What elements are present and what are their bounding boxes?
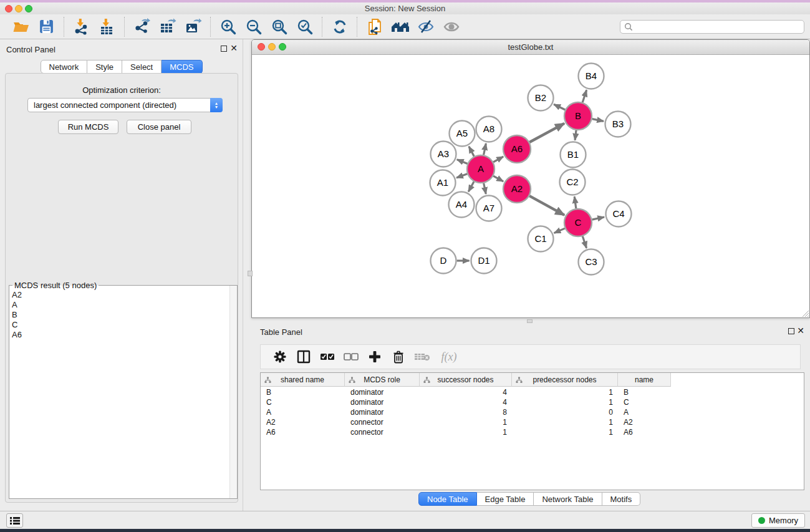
- cell-mcds_role[interactable]: connector: [345, 418, 420, 427]
- tab-mcds[interactable]: MCDS: [162, 60, 202, 74]
- graph-node-C1[interactable]: C1: [528, 226, 554, 252]
- save-session-button[interactable]: [34, 16, 59, 38]
- graph-edge-C-C2[interactable]: [574, 196, 576, 208]
- table-row[interactable]: A2connector11A2: [261, 417, 804, 427]
- tab-network-table[interactable]: Network Table: [534, 492, 602, 506]
- table-row[interactable]: A6connector11A6: [261, 427, 804, 437]
- column-header-mcds-role[interactable]: MCDS role: [345, 373, 420, 387]
- cell-predecessor_nodes[interactable]: 0: [512, 408, 618, 417]
- column-header-predecessor-nodes[interactable]: predecessor nodes: [512, 373, 618, 387]
- function-builder-button[interactable]: f(x): [434, 346, 464, 368]
- cell-successor_nodes[interactable]: 1: [420, 428, 512, 437]
- graph-edge-A-A1[interactable]: [456, 174, 467, 178]
- close-panel-icon[interactable]: ✕: [230, 44, 238, 52]
- graph-node-A7[interactable]: A7: [476, 196, 502, 221]
- tab-node-table[interactable]: Node Table: [418, 492, 477, 506]
- graph-edge-B-B4[interactable]: [582, 90, 587, 102]
- import-network-button[interactable]: [69, 16, 94, 38]
- task-history-button[interactable]: [6, 513, 23, 528]
- cell-shared_name[interactable]: A: [261, 408, 345, 417]
- mcds-result-item[interactable]: C: [12, 320, 228, 330]
- cell-successor_nodes[interactable]: 8: [420, 408, 512, 417]
- graph-edge-A-A2[interactable]: [493, 176, 503, 181]
- cell-mcds_role[interactable]: dominator: [345, 398, 420, 407]
- node-table[interactable]: shared nameMCDS rolesuccessor nodesprede…: [260, 372, 804, 490]
- graph-node-B1[interactable]: B1: [561, 142, 586, 168]
- cell-name[interactable]: B: [618, 388, 671, 397]
- graph-edge-A-A6[interactable]: [493, 157, 503, 162]
- cell-predecessor_nodes[interactable]: 1: [512, 428, 618, 437]
- cell-predecessor_nodes[interactable]: 1: [512, 398, 618, 407]
- mcds-result-list[interactable]: A2ABCA6: [12, 290, 228, 340]
- table-row[interactable]: Adominator80A: [261, 407, 804, 417]
- cell-shared_name[interactable]: A2: [261, 418, 345, 427]
- graph-edge-A-A5[interactable]: [469, 147, 474, 157]
- tab-select[interactable]: Select: [122, 60, 162, 74]
- delete-columns-button[interactable]: [387, 346, 410, 368]
- cell-successor_nodes[interactable]: 4: [420, 388, 512, 397]
- run-mcds-button[interactable]: Run MCDS: [58, 120, 118, 134]
- column-header-shared-name[interactable]: shared name: [261, 373, 345, 387]
- graph-node-D1[interactable]: D1: [471, 248, 497, 274]
- graph-node-A8[interactable]: A8: [476, 117, 502, 142]
- cell-name[interactable]: A6: [618, 428, 671, 437]
- graph-edge-C-C3[interactable]: [582, 236, 586, 248]
- graph-node-A6[interactable]: A6: [503, 135, 531, 163]
- zoom-out-button[interactable]: [241, 16, 266, 38]
- select-all-columns-button[interactable]: [316, 346, 339, 368]
- graph-edge-A-A7[interactable]: [484, 183, 486, 194]
- table-row[interactable]: Bdominator41B: [261, 387, 804, 397]
- search-input[interactable]: [633, 21, 804, 32]
- graph-edge-C-C4[interactable]: [592, 217, 604, 220]
- close-panel-button[interactable]: Close panel: [127, 120, 191, 134]
- graph-edge-A-A8[interactable]: [484, 143, 486, 155]
- result-scrollbar[interactable]: [229, 286, 237, 498]
- graph-node-C[interactable]: C: [564, 209, 592, 236]
- export-network-button[interactable]: [129, 16, 155, 38]
- tab-edge-table[interactable]: Edge Table: [477, 492, 534, 506]
- mcds-result-item[interactable]: A2: [12, 290, 228, 300]
- graph-node-A1[interactable]: A1: [430, 170, 456, 196]
- graph-node-B[interactable]: B: [564, 102, 592, 130]
- float-panel-icon[interactable]: [221, 46, 227, 52]
- column-header-name[interactable]: name: [618, 373, 671, 387]
- column-layout-button[interactable]: [292, 346, 316, 368]
- graph-edge-A6-B[interactable]: [529, 123, 564, 142]
- cell-successor_nodes[interactable]: 1: [420, 418, 512, 427]
- cell-shared_name[interactable]: C: [261, 398, 345, 407]
- graph-node-C4[interactable]: C4: [606, 201, 632, 227]
- tab-style[interactable]: Style: [87, 60, 122, 74]
- cell-successor_nodes[interactable]: 4: [420, 398, 512, 407]
- memory-button[interactable]: Memory: [751, 513, 805, 528]
- graph-node-B2[interactable]: B2: [528, 85, 554, 111]
- network-graph[interactable]: B4B2BB3A5A8A6B1A3AA1C2A2A4A7C4CC1C3DD1: [252, 55, 809, 317]
- tab-motifs[interactable]: Motifs: [602, 492, 641, 506]
- float-table-panel-icon[interactable]: [788, 328, 794, 334]
- import-table-button[interactable]: [94, 16, 120, 38]
- graph-node-A[interactable]: A: [467, 155, 494, 183]
- graph-edge-C-C1[interactable]: [554, 228, 565, 233]
- graph-node-B3[interactable]: B3: [605, 112, 631, 137]
- graph-edge-A-A4[interactable]: [468, 181, 474, 191]
- graph-node-A3[interactable]: A3: [431, 142, 456, 167]
- show-all-button[interactable]: [438, 16, 464, 38]
- unselect-all-columns-button[interactable]: [339, 346, 363, 368]
- zoom-in-button[interactable]: [215, 16, 241, 38]
- graph-node-A5[interactable]: A5: [450, 121, 475, 147]
- new-network-from-selection-button[interactable]: [362, 16, 387, 38]
- delete-table-button[interactable]: [410, 346, 434, 368]
- mcds-result-item[interactable]: B: [12, 310, 228, 320]
- first-neighbors-button[interactable]: [387, 16, 413, 38]
- criterion-dropdown[interactable]: largest connected component (directed) ▲…: [27, 98, 223, 112]
- cell-mcds_role[interactable]: connector: [345, 428, 420, 437]
- cell-mcds_role[interactable]: dominator: [345, 388, 420, 397]
- splitter-handle[interactable]: [248, 271, 253, 276]
- hide-selected-button[interactable]: [413, 16, 438, 38]
- zoom-selected-button[interactable]: [292, 16, 317, 38]
- zoom-fit-button[interactable]: [266, 16, 292, 38]
- export-table-button[interactable]: [155, 16, 180, 38]
- refresh-network-button[interactable]: [327, 16, 352, 38]
- search-field[interactable]: [620, 20, 804, 34]
- graph-node-B4[interactable]: B4: [579, 64, 604, 89]
- add-column-button[interactable]: [363, 346, 387, 368]
